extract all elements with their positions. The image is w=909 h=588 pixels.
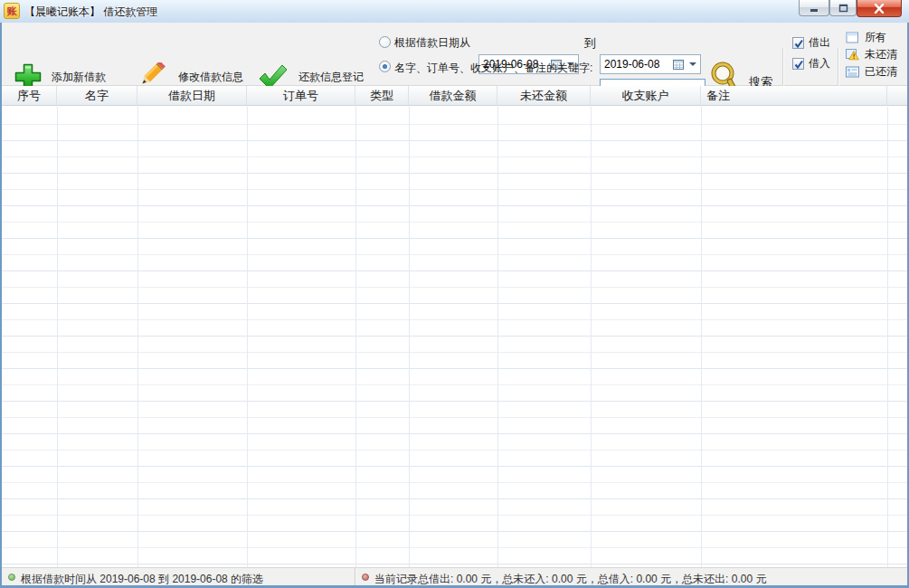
table-header: 序号 名字 借款日期 订单号 类型 借款金额 未还金额 收支账户 备注 [2,86,907,106]
borrow-checkbox-box[interactable] [792,58,804,70]
maximize-button[interactable] [829,0,857,16]
column-header-filler [887,86,907,105]
app-window: 账 【晨曦记账本】 借还款管理 添加新借款 [0,0,909,588]
table-body[interactable] [2,107,907,567]
maximize-icon [838,4,848,13]
toolbar: 添加新借款 修改借款信息 还款信 [2,23,907,86]
all-filter-icon [846,32,859,43]
close-icon [874,4,885,14]
grid-line [247,107,248,567]
titlebar: 账 【晨曦记账本】 借还款管理 [0,0,909,23]
grid-line [591,107,592,567]
edit-loan-label: 修改借款信息 [178,70,243,85]
grid-line [701,107,702,567]
column-header-amount[interactable]: 借款金额 [409,86,497,105]
repay-register-label: 还款信息登记 [298,70,364,85]
minimize-icon [809,4,819,12]
filter-paid-label: 已还清 [865,64,897,80]
window-border [0,23,2,588]
warning-filter-icon [846,49,859,61]
filter-unpaid-button[interactable]: 未还清 [846,47,897,62]
borrow-checkbox[interactable]: 借入 [792,56,830,71]
grid-line [497,107,498,567]
lend-checkbox[interactable]: 借出 [792,35,830,51]
date-to-value: 2019-06-08 [604,58,659,71]
lend-checkbox-box[interactable] [792,37,804,49]
grid-line [887,107,888,567]
close-button[interactable] [857,0,902,17]
column-header-unpaid[interactable]: 未还金额 [497,86,591,105]
column-header-seq[interactable]: 序号 [2,86,57,105]
column-header-order[interactable]: 订单号 [247,86,355,105]
filter-all-button[interactable]: 所有 [846,30,886,45]
date-filter-label: 根据借款日期从 [394,35,470,51]
filter-paid-button[interactable]: 已还清 [846,64,897,80]
borrow-checkbox-label: 借入 [809,56,830,71]
to-label: 到 [584,35,596,52]
minimize-button[interactable] [799,0,829,16]
statusbar-divider [355,568,355,585]
column-header-type[interactable]: 类型 [355,86,409,105]
grid-line [355,107,356,567]
app-icon: 账 [4,3,20,19]
lend-checkbox-label: 借出 [809,35,830,51]
grid-line [57,107,58,567]
filter-status-dot [8,574,15,581]
add-loan-label: 添加新借款 [52,70,106,85]
keyword-filter-label: 名字、订单号、收支账户、备注的关键字: [394,61,592,76]
date-to-field[interactable]: 2019-06-08 [600,54,701,74]
paid-filter-icon [846,66,859,78]
window-title: 【晨曦记账本】 借还款管理 [24,5,157,20]
column-header-date[interactable]: 借款日期 [137,86,247,105]
filter-unpaid-label: 未还清 [865,47,897,62]
column-header-note[interactable]: 备注 [701,86,887,105]
totals-status-dot [362,574,369,581]
column-header-name[interactable]: 名字 [57,86,137,105]
grid-line [409,107,410,567]
status-bar: 根据借款时间从 2019-06-08 到 2019-06-08 的筛选 当前记录… [2,567,907,585]
filter-all-label: 所有 [865,30,886,45]
check-mark-icon [793,38,805,50]
date-filter-radio[interactable] [379,36,391,48]
column-header-account[interactable]: 收支账户 [591,86,701,105]
calendar-icon[interactable] [673,60,684,70]
keyword-filter-radio[interactable] [379,61,391,72]
grid-line [137,107,138,567]
check-mark-icon [793,59,805,71]
date-to-dropdown-arrow[interactable] [689,62,696,66]
